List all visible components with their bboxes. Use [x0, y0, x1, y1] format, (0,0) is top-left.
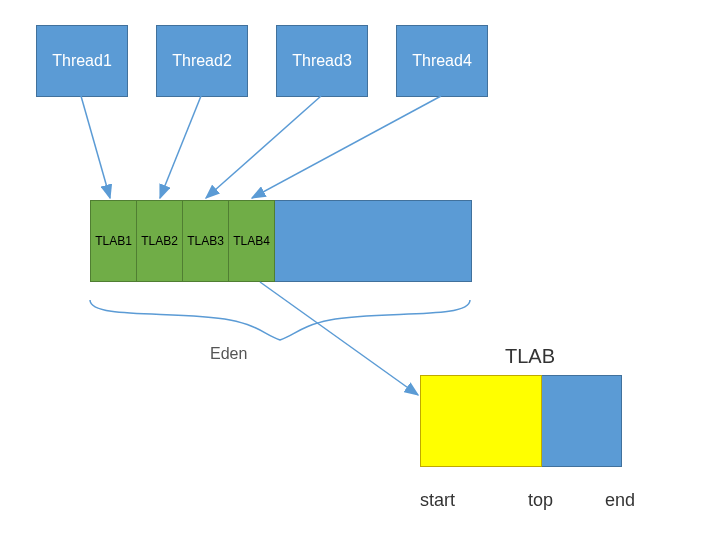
- tlab-detail-title: TLAB: [505, 345, 555, 368]
- thread-box-1: Thread1: [36, 25, 128, 97]
- eden-label: Eden: [210, 345, 247, 363]
- tlab-detail-used-region: [420, 375, 542, 467]
- eden-brace: [90, 300, 470, 340]
- tlab-label: TLAB1: [95, 234, 132, 248]
- thread-label: Thread4: [412, 52, 472, 70]
- tlab-label: TLAB3: [187, 234, 224, 248]
- thread-label: Thread3: [292, 52, 352, 70]
- arrow-thread1-tlab1: [81, 96, 110, 198]
- tlab-marker-start: start: [420, 490, 455, 511]
- tlab-marker-top: top: [528, 490, 553, 511]
- arrow-thread3-tlab3: [206, 96, 321, 198]
- tlab-segment-1: TLAB1: [90, 200, 137, 282]
- tlab-label: TLAB4: [233, 234, 270, 248]
- tlab-segment-2: TLAB2: [136, 200, 183, 282]
- tlab-marker-end: end: [605, 490, 635, 511]
- thread-label: Thread1: [52, 52, 112, 70]
- thread-box-3: Thread3: [276, 25, 368, 97]
- thread-label: Thread2: [172, 52, 232, 70]
- arrow-thread4-tlab4: [252, 96, 441, 198]
- arrow-thread2-tlab2: [160, 96, 201, 198]
- tlab-segment-3: TLAB3: [182, 200, 229, 282]
- tlab-label: TLAB2: [141, 234, 178, 248]
- thread-box-2: Thread2: [156, 25, 248, 97]
- arrow-tlab-to-detail: [260, 282, 418, 395]
- tlab-segment-4: TLAB4: [228, 200, 275, 282]
- thread-box-4: Thread4: [396, 25, 488, 97]
